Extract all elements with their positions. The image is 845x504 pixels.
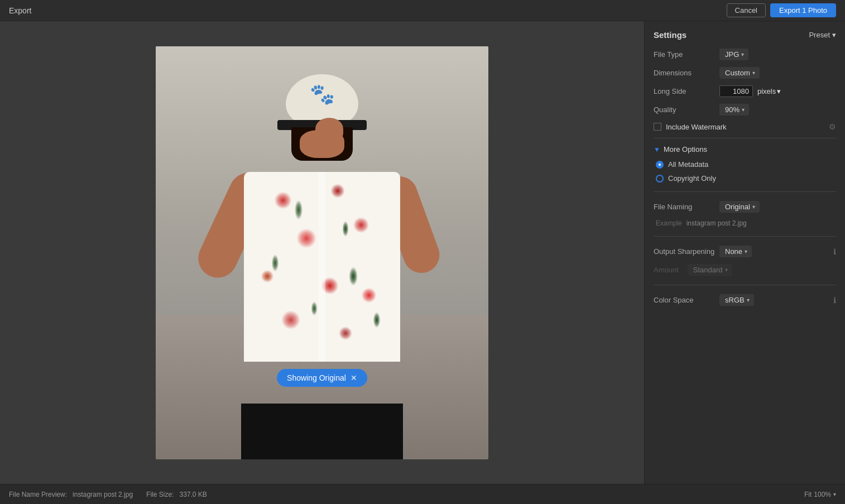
file-type-value: JPG [725,50,739,59]
person-figure [227,69,417,459]
divider-3 [654,236,836,237]
zoom-value: 100% [814,491,831,498]
more-options-header[interactable]: ▼ More Options [654,145,836,153]
output-sharpening-dropdown[interactable]: None ▾ [719,246,752,257]
dimensions-value: Custom [725,69,750,77]
watermark-gear-icon[interactable]: ⚙ [829,122,836,131]
preset-caret: ▾ [832,31,836,39]
dimensions-row: Dimensions Custom ▾ [654,67,836,79]
copyright-only-radio[interactable] [656,175,664,183]
watermark-checkbox[interactable] [654,123,661,131]
statusbar: File Name Preview: instagram post 2.jpg … [0,484,845,504]
preset-button[interactable]: Preset ▾ [809,31,836,39]
more-options-collapse-icon: ▼ [654,146,660,153]
pants [241,404,403,459]
divider-2 [654,191,836,192]
settings-panel: Settings Preset ▾ File Type JPG ▾ Dimens… [644,21,845,484]
all-metadata-label: All Metadata [668,160,708,169]
color-space-dropdown[interactable]: sRGB ▾ [719,294,754,306]
shirt [244,172,400,362]
example-label: Example [656,219,682,227]
file-naming-caret: ▾ [752,204,755,210]
long-side-label: Long Side [654,87,715,95]
long-side-input[interactable] [719,85,753,97]
main-content: Showing Original ✕ Settings Preset ▾ Fil… [0,21,845,484]
copyright-only-row: Copyright Only [656,174,836,183]
photo-container: Showing Original ✕ [156,46,488,459]
all-metadata-row: All Metadata [656,160,836,169]
filename-label: File Name Preview: [9,491,67,498]
pixels-label: pixels [757,87,776,95]
quality-dropdown[interactable]: 90% ▾ [719,104,749,116]
output-sharpening-label: Output Sharpening [654,247,715,256]
shirt-center [319,172,325,362]
file-type-label: File Type [654,50,715,59]
color-space-caret: ▾ [747,297,750,303]
all-metadata-radio[interactable] [656,161,664,169]
filesize-value: 337.0 KB [179,491,207,498]
export-button[interactable]: Export 1 Photo [770,3,836,17]
output-sharpening-value: None [725,247,742,256]
divider-4 [654,285,836,285]
file-naming-row: File Naming Original ▾ [654,201,836,213]
topbar: Export Cancel Export 1 Photo [0,0,845,21]
hat-top [286,74,358,124]
head [280,74,364,175]
quality-value: 90% [725,105,740,114]
file-type-caret: ▾ [741,51,744,57]
file-naming-label: File Naming [654,203,715,211]
file-naming-dropdown[interactable]: Original ▾ [719,201,760,213]
filename-preview: File Name Preview: instagram post 2.jpg [9,491,133,498]
close-badge-button[interactable]: ✕ [351,373,357,382]
amount-label: Amount [654,266,679,274]
pixels-caret: ▾ [777,87,781,95]
color-space-value: sRGB [725,296,745,304]
file-type-row: File Type JPG ▾ [654,49,836,60]
dimensions-label: Dimensions [654,69,715,77]
fit-label: Fit [804,491,812,498]
copyright-only-label: Copyright Only [668,174,716,183]
zoom-dropdown-icon[interactable]: ▾ [833,491,836,497]
photo-area: Showing Original ✕ [0,21,644,484]
file-type-dropdown[interactable]: JPG ▾ [719,49,748,60]
settings-title: Settings [654,30,686,40]
watermark-row: Include Watermark ⚙ [654,122,836,131]
standard-dropdown[interactable]: Standard ▾ [688,264,732,276]
photo-preview [156,46,488,459]
topbar-actions: Cancel Export 1 Photo [727,3,836,17]
settings-header: Settings Preset ▾ [654,30,836,40]
amount-row: Amount Standard ▾ [654,264,836,276]
dimensions-dropdown[interactable]: Custom ▾ [719,67,760,79]
pixels-dropdown[interactable]: pixels ▾ [757,87,781,95]
more-options-title: More Options [664,145,707,153]
cancel-button[interactable]: Cancel [727,3,766,17]
standard-value: Standard [693,266,723,274]
long-side-row: Long Side pixels ▾ [654,85,836,97]
status-right: Fit 100% ▾ [804,491,836,498]
color-space-info-icon[interactable]: ℹ [833,296,836,305]
color-space-row: Color Space sRGB ▾ ℹ [654,294,836,306]
file-naming-value: Original [725,203,750,211]
quality-caret: ▾ [742,107,745,113]
output-sharpening-row: Output Sharpening None ▾ ℹ [654,246,836,257]
hand-on-hat [315,118,343,140]
showing-original-text: Showing Original [287,373,346,382]
quality-row: Quality 90% ▾ [654,104,836,116]
output-sharpening-caret: ▾ [745,248,747,255]
watermark-label: Include Watermark [666,123,727,131]
showing-original-badge: Showing Original ✕ [277,369,367,387]
standard-caret: ▾ [725,267,728,273]
example-row: Example instagram post 2.jpg [654,219,836,227]
filename-value: instagram post 2.jpg [73,491,133,498]
dimensions-caret: ▾ [752,70,755,76]
topbar-title: Export [9,6,31,15]
color-space-label: Color Space [654,296,715,304]
divider-1 [654,138,836,138]
output-sharpening-info-icon[interactable]: ℹ [833,247,836,256]
filesize: File Size: 337.0 KB [146,491,207,498]
status-left: File Name Preview: instagram post 2.jpg … [9,491,207,498]
example-value: instagram post 2.jpg [686,219,747,227]
filesize-label: File Size: [146,491,174,498]
quality-label: Quality [654,105,715,114]
preset-label: Preset [809,31,830,39]
